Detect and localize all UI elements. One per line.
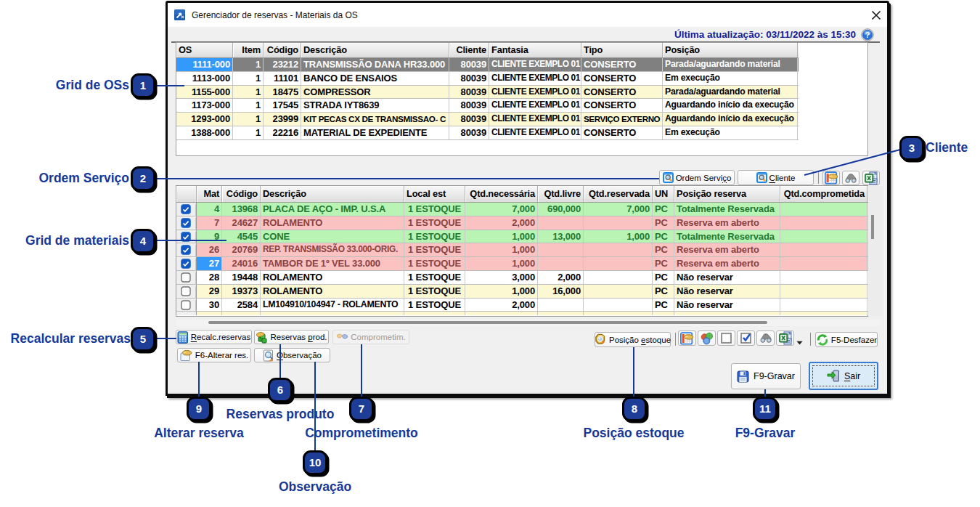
svg-text:?: ? — [865, 31, 870, 39]
